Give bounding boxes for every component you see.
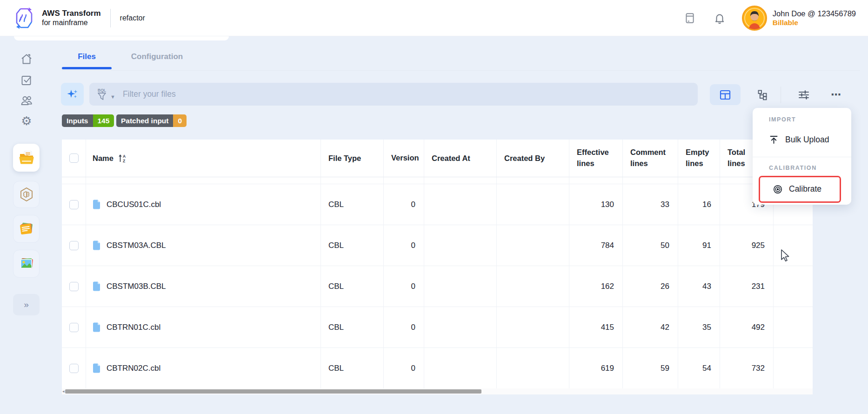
table-row[interactable]: CBTRN01C.cbl CBL 0 415 42 35 492 [62,307,813,348]
user-name: John Doe @ 123456789 [773,9,856,19]
file-filter-bar[interactable]: BQL ▼ [89,83,698,106]
scrollbar-thumb[interactable] [65,389,481,394]
version-cell: 0 [384,266,424,307]
empty-lines-cell: 35 [678,307,720,347]
created-at-cell [424,225,497,266]
calibrate-label: Calibrate [789,184,821,194]
hex-brain-icon [19,187,34,202]
file-type-cell: CBL [321,225,384,266]
scroll-left-arrow-icon[interactable]: ◂ [62,389,65,394]
svg-text:A: A [123,154,126,159]
more-actions-menu: IMPORT Bulk Upload CALIBRATION Calibrate [753,108,851,205]
ai-sparkle-icon [66,88,79,101]
sidebar-collapse-button[interactable]: » [13,294,40,315]
table-view-button[interactable] [710,84,741,105]
created-by-cell [497,225,569,266]
row-checkbox[interactable] [69,200,79,209]
header-version[interactable]: Version [384,140,424,177]
empty-lines-cell: 43 [678,266,720,307]
table-row[interactable]: CBTRN02C.cbl CBL 0 619 59 54 732 [62,348,813,389]
file-icon [93,281,100,291]
documentation-icon[interactable] [683,12,696,25]
header-file-type[interactable]: File Type [321,140,384,177]
file-icon [93,200,100,209]
header-created-at[interactable]: Created At [424,140,497,177]
table-row[interactable]: CBSTM03A.CBL CBL 0 784 50 91 925 [62,225,813,266]
header-comment-lines[interactable]: Comment lines [623,140,678,177]
avatar[interactable] [742,6,767,31]
total-lines-cell: 732 [720,348,774,388]
sidebar-item-hex-brain[interactable] [13,181,40,208]
table-view-icon [720,90,731,100]
user-status-badge: Billable [773,18,856,27]
created-at-cell [424,307,497,347]
tab-configuration[interactable]: Configuration [127,52,187,64]
effective-lines-cell: 619 [569,348,623,388]
files-table: Name A Z File Type Version Created At Cr… [62,140,813,394]
menu-item-bulk-upload[interactable]: Bulk Upload [769,135,829,145]
brand-text: AWS Transform for mainframe [42,9,101,27]
tabs-divider [62,70,860,71]
header-created-by[interactable]: Created By [497,140,569,177]
row-checkbox[interactable] [69,241,79,250]
bql-funnel-icon: BQL [96,87,108,101]
file-name[interactable]: CBCUS01C.cbl [107,200,161,209]
toolbar-divider [781,87,781,103]
bql-label: BQL [98,88,106,93]
sidebar-item-files[interactable] [13,144,40,172]
sidebar-gear-icon[interactable]: ⚙ [20,114,33,127]
column-settings-button[interactable] [792,84,816,105]
created-by-cell [497,348,569,388]
aws-transform-logo-icon [12,6,36,30]
total-lines-cell: 231 [720,266,774,307]
bell-icon[interactable] [713,12,726,25]
file-name[interactable]: CBSTM03A.CBL [107,241,166,250]
tree-view-button[interactable] [751,84,775,105]
file-name[interactable]: CBSTM03B.CBL [107,282,166,291]
header-name[interactable]: Name A Z [86,140,321,177]
tab-files[interactable]: Files [62,52,112,64]
sliders-icon [798,89,810,100]
filter-files-input[interactable] [122,89,691,100]
bql-filter-mode-toggle[interactable]: BQL ▼ [96,87,115,101]
header-effective-lines[interactable]: Effective lines [569,140,623,177]
top-header: AWS Transform for mainframe refactor [0,0,868,36]
horizontal-scrollbar[interactable]: ◂ [62,388,813,394]
patched-badge-value: 0 [173,114,187,127]
comment-lines-cell: 50 [623,225,678,266]
version-cell: 0 [384,184,424,225]
table-row[interactable]: CBSTM03B.CBL CBL 0 162 26 43 231 [62,266,813,307]
menu-item-calibrate[interactable]: Calibrate [773,184,821,194]
brand-line1: AWS Transform [42,9,101,18]
ai-filter-button[interactable] [61,83,84,106]
sort-az-icon[interactable]: A Z [118,154,127,163]
header-divider [110,9,111,27]
file-type-cell: CBL [321,307,384,347]
table-row[interactable]: CBCUS01C.cbl CBL 0 130 33 16 179 [62,184,813,225]
file-name[interactable]: CBTRN02C.cbl [107,364,160,373]
row-checkbox[interactable] [69,364,79,373]
menu-divider [753,157,851,157]
header-shadow-strip [14,36,229,40]
user-block[interactable]: John Doe @ 123456789 Billable [773,9,856,27]
row-checkbox[interactable] [69,282,79,291]
sidebar-item-notes[interactable] [13,215,40,243]
header-empty-lines[interactable]: Empty lines [678,140,720,177]
row-checkbox[interactable] [69,323,79,332]
svg-text:Z: Z [123,159,125,163]
file-name[interactable]: CBTRN01C.cbl [107,323,160,332]
sidebar-people-icon[interactable] [20,94,33,107]
version-cell: 0 [384,307,424,347]
sidebar-tasks-icon[interactable] [20,73,33,87]
sidebar-item-gallery[interactable] [13,250,40,278]
more-actions-button[interactable]: ⋯ [824,84,848,105]
sidebar-home-icon[interactable] [20,53,33,66]
table-partial-row [62,177,813,184]
created-at-cell [424,348,497,388]
created-by-cell [497,266,569,307]
total-lines-cell: 925 [720,225,774,266]
files-folder-icon [19,150,34,166]
select-all-checkbox[interactable] [69,154,79,163]
patched-badge-label: Patched input [116,114,173,127]
product-name: refactor [120,14,145,22]
